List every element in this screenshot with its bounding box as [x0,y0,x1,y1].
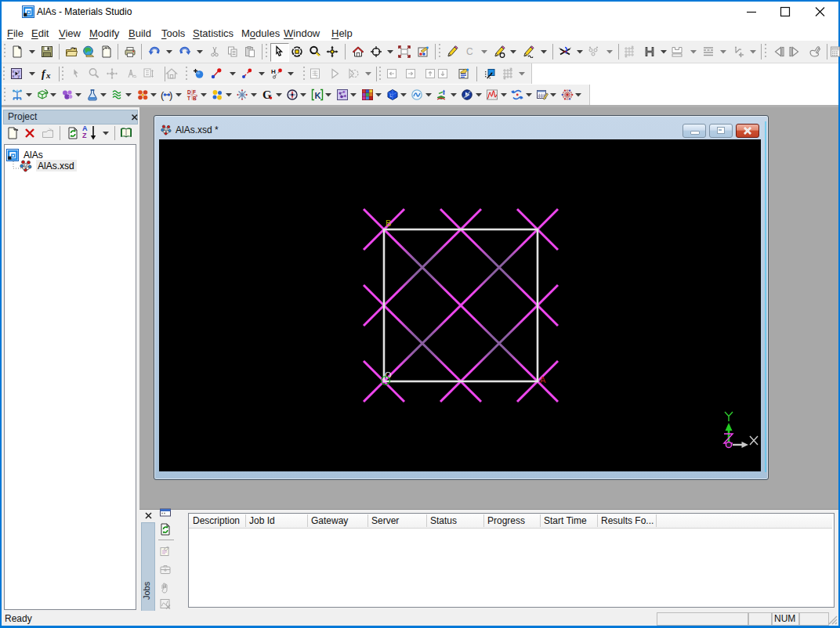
svg-text:K: K [314,91,320,100]
svg-text:B: B [386,218,391,228]
svg-text:H: H [271,68,276,75]
svg-text:x: x [45,70,51,80]
svg-text:O: O [385,370,392,380]
svg-text:T: T [187,96,190,101]
svg-text:y: y [18,74,20,78]
svg-text:L: L [389,93,392,98]
svg-text:+: + [196,93,198,98]
svg-text:y: y [18,69,20,74]
svg-text:x: x [13,74,15,78]
svg-text:D: D [187,89,191,95]
svg-text:A: A [540,375,546,384]
svg-text:x: x [13,69,15,74]
